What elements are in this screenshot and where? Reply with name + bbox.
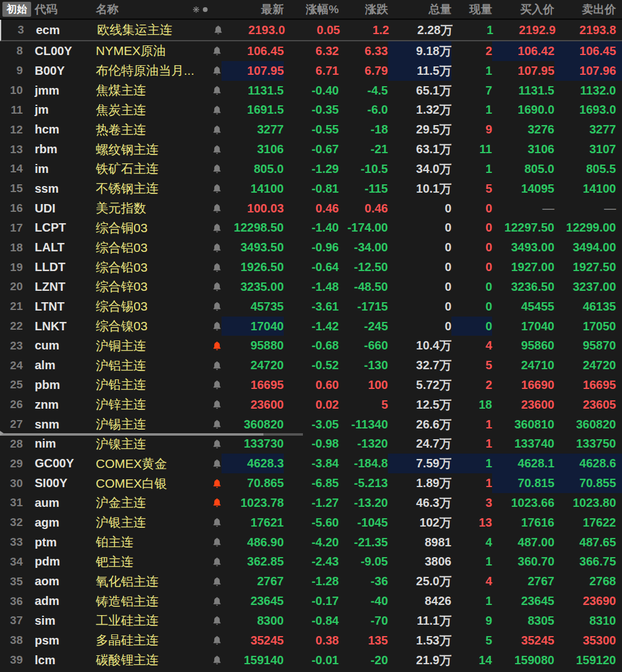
alert-bell-icon[interactable]: [202, 571, 222, 591]
table-row[interactable]: 25 pbm 沪铅主连 16695 0.60 100 5.72万 2 16690…: [0, 375, 622, 395]
alert-bell-icon[interactable]: [202, 473, 222, 493]
alert-bell-icon[interactable]: [202, 277, 222, 297]
alert-bell-icon[interactable]: [202, 650, 222, 670]
column-header-change-percent[interactable]: 涨幅%: [284, 2, 339, 17]
alert-bell-icon[interactable]: [202, 493, 222, 513]
alert-bell-icon[interactable]: [202, 395, 222, 415]
table-row[interactable]: 27 snm 沪锡主连 360820 -3.05 -11340 26.6万 1 …: [0, 415, 622, 434]
column-header-ask-price[interactable]: 卖出价: [554, 2, 622, 17]
alert-bell-icon[interactable]: [202, 238, 222, 257]
table-row[interactable]: 30 SI00Y COMEX白银 70.865 -6.85 -5.213 1.8…: [0, 473, 622, 493]
column-header-current-volume[interactable]: 现量: [451, 2, 492, 17]
symbol-name: 沪铅主连: [83, 375, 202, 395]
alert-bell-icon[interactable]: [202, 139, 222, 159]
table-row[interactable]: 10 jmm 焦煤主连 1131.5 -0.40 -4.5 65.1万 7 11…: [0, 81, 622, 101]
quote-table-header: 初始 代码 名称 最新 涨幅% 涨跌 总量 现量 买入价 卖出价: [0, 0, 622, 20]
alert-bell-icon[interactable]: [202, 355, 222, 375]
total-volume: 102万: [388, 513, 451, 533]
alert-bell-icon[interactable]: [202, 454, 222, 473]
total-volume: 1.53万: [388, 631, 451, 650]
column-header-name[interactable]: 名称: [83, 2, 202, 17]
table-row[interactable]: 13 rbm 螺纹钢主连 3106 -0.67 -21 63.1万 11 310…: [0, 139, 622, 159]
alert-bell-icon[interactable]: [202, 317, 222, 336]
table-row[interactable]: 19 LLDT 综合铅03 1926.50 -0.64 -12.50 0 0 1…: [0, 257, 622, 277]
pane-splitter-handle[interactable]: [0, 433, 303, 436]
column-header-last[interactable]: 最新: [222, 2, 284, 17]
sun-dot-icon[interactable]: [193, 5, 212, 14]
ask-price: —: [554, 199, 622, 218]
table-row[interactable]: 18 LALT 综合铝03 3493.50 -0.96 -34.00 0 0 3…: [0, 238, 622, 257]
current-volume: 1: [451, 552, 492, 572]
change-value: -5.213: [339, 473, 388, 493]
alert-bell-icon[interactable]: [202, 81, 222, 101]
alert-bell-icon[interactable]: [202, 179, 222, 199]
table-row[interactable]: 32 agm 沪银主连 17621 -5.60 -1045 102万 13 17…: [0, 513, 622, 533]
table-row[interactable]: 36 adm 铸造铝主连 23645 -0.17 -40 8426 1 2364…: [0, 591, 622, 611]
alert-bell-icon[interactable]: [204, 20, 223, 40]
alert-bell-icon[interactable]: [202, 533, 222, 552]
table-row[interactable]: 33 ptm 铂主连 486.90 -4.20 -21.35 8981 4 48…: [0, 533, 622, 552]
table-row[interactable]: 31 aum 沪金主连 1023.78 -1.27 -13.20 46.3万 3…: [0, 493, 622, 513]
alert-bell-icon[interactable]: [202, 41, 222, 61]
alert-bell-icon[interactable]: [202, 120, 222, 139]
alert-bell-icon[interactable]: [202, 257, 222, 277]
row-number: 12: [0, 120, 23, 139]
column-header-code[interactable]: 代码: [23, 2, 83, 17]
change-value: 1.2: [340, 20, 389, 40]
alert-bell-icon[interactable]: [202, 336, 222, 355]
table-row[interactable]: 15 ssm 不锈钢主连 14100 -0.81 -115 10.1万 5 14…: [0, 179, 622, 199]
alert-bell-icon[interactable]: [202, 513, 222, 533]
table-row[interactable]: 11 jm 焦炭主连 1691.5 -0.35 -6.0 1.32万 1 169…: [0, 100, 622, 120]
table-row[interactable]: 16 UDI 美元指数 100.03 0.46 0.46 0 0 — —: [0, 199, 622, 218]
alert-bell-icon[interactable]: [202, 631, 222, 650]
total-volume: 10.4万: [388, 336, 451, 355]
tab-initial[interactable]: 初始: [2, 2, 31, 17]
table-row[interactable]: 3 ecm 欧线集运主连 2193.0 0.05 1.2 2.28万 1 219…: [0, 20, 622, 41]
alert-bell-icon[interactable]: [202, 159, 222, 179]
column-header-total-volume[interactable]: 总量: [388, 2, 451, 17]
alert-bell-icon[interactable]: [202, 552, 222, 572]
table-row[interactable]: 22 LNKT 综合镍03 17040 -1.42 -245 0 0 17040…: [0, 317, 622, 336]
table-row[interactable]: 9 B00Y 布伦特原油当月... 107.95 6.71 6.79 11.5万…: [0, 61, 622, 81]
symbol-code: nim: [23, 434, 83, 454]
alert-bell-icon[interactable]: [202, 218, 222, 238]
table-row[interactable]: 26 znm 沪锌主连 23600 0.02 5 12.5万 18 23600 …: [0, 395, 622, 415]
total-volume: 0: [388, 218, 451, 238]
table-row[interactable]: 14 im 铁矿石主连 805.0 -1.29 -10.5 34.0万 1 80…: [0, 159, 622, 179]
table-row[interactable]: 12 hcm 热卷主连 3277 -0.55 -18 29.5万 9 3276 …: [0, 120, 622, 139]
table-row[interactable]: 29 GC00Y COMEX黄金 4628.3 -3.84 -184.8 7.5…: [0, 454, 622, 473]
current-volume: 0: [451, 317, 492, 336]
row-number: 9: [0, 61, 23, 81]
table-row[interactable]: 21 LTNT 综合锡03 45735 -3.61 -1715 0 0 4545…: [0, 297, 622, 317]
table-row[interactable]: 37 sim 工业硅主连 8300 -0.84 -70 11.1万 9 8305…: [0, 611, 622, 631]
column-header-change[interactable]: 涨跌: [339, 2, 388, 17]
ask-price: 2768: [554, 571, 622, 591]
table-row[interactable]: 24 alm 沪铝主连 24720 -0.52 -130 32.7万 5 247…: [0, 355, 622, 375]
total-volume: 25.0万: [388, 571, 451, 591]
alert-bell-icon[interactable]: [202, 199, 222, 218]
alert-bell-icon[interactable]: [202, 297, 222, 317]
last-price: 17040: [222, 317, 284, 336]
alert-bell-icon[interactable]: [202, 415, 222, 434]
ask-price: 360820: [554, 415, 622, 434]
bid-price: 1023.66: [492, 493, 554, 513]
table-row[interactable]: 23 cum 沪铜主连 95880 -0.68 -660 10.4万 4 958…: [0, 336, 622, 355]
alert-bell-icon[interactable]: [202, 611, 222, 631]
table-row[interactable]: 17 LCPT 综合铜03 12298.50 -1.40 -174.00 0 0…: [0, 218, 622, 238]
table-row[interactable]: 35 aom 氧化铝主连 2767 -1.28 -36 25.0万 4 2767…: [0, 571, 622, 591]
table-row[interactable]: 20 LZNT 综合锌03 3235.00 -1.48 -48.50 0 0 3…: [0, 277, 622, 297]
table-row[interactable]: 8 CL00Y NYMEX原油 106.45 6.32 6.33 9.18万 2…: [0, 41, 622, 61]
last-price: 4628.3: [222, 454, 284, 473]
table-row[interactable]: 39 lcm 碳酸锂主连 159140 -0.01 -20 21.9万 14 1…: [0, 650, 622, 670]
table-row[interactable]: 38 psm 多晶硅主连 35245 0.38 135 1.53万 5 3524…: [0, 631, 622, 650]
change-value: -11340: [339, 415, 388, 434]
table-row[interactable]: 28 nim 沪镍主连 133730 -0.98 -1320 24.7万 1 1…: [0, 434, 622, 454]
alert-bell-icon[interactable]: [202, 591, 222, 611]
alert-bell-icon[interactable]: [202, 100, 222, 120]
table-row[interactable]: 34 pdm 钯主连 362.85 -2.43 -9.05 3806 1 360…: [0, 552, 622, 572]
column-header-bid-price[interactable]: 买入价: [492, 2, 554, 17]
alert-bell-icon[interactable]: [202, 375, 222, 395]
alert-bell-icon[interactable]: [202, 61, 222, 81]
current-volume: 1: [451, 415, 492, 434]
alert-bell-icon[interactable]: [202, 434, 222, 454]
